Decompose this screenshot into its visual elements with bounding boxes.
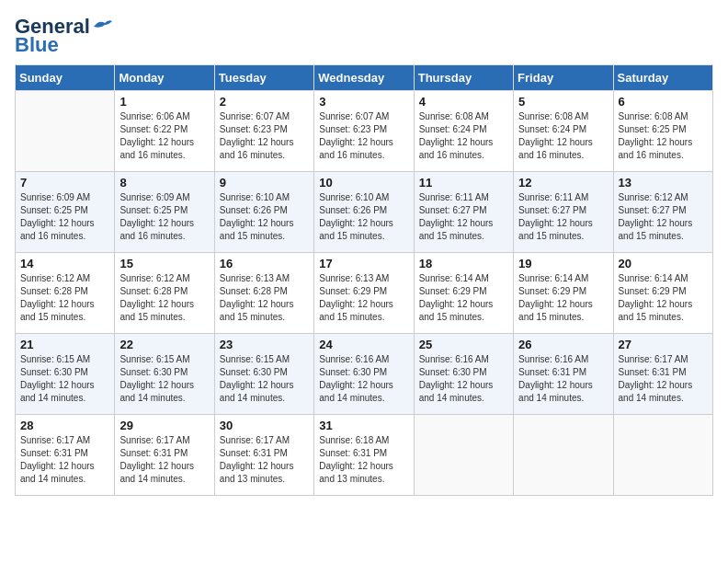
col-header-sunday: Sunday (16, 65, 115, 91)
day-info: Sunrise: 6:14 AMSunset: 6:29 PMDaylight:… (619, 272, 708, 324)
calendar-cell: 23Sunrise: 6:15 AMSunset: 6:30 PMDayligh… (214, 334, 313, 415)
day-number: 21 (20, 338, 109, 351)
col-header-thursday: Thursday (414, 65, 513, 91)
calendar-cell: 7Sunrise: 6:09 AMSunset: 6:25 PMDaylight… (16, 172, 115, 253)
calendar-cell: 27Sunrise: 6:17 AMSunset: 6:31 PMDayligh… (613, 334, 712, 415)
day-number: 6 (619, 95, 708, 109)
day-number: 4 (419, 95, 508, 109)
day-number: 10 (319, 176, 408, 190)
day-number: 9 (220, 176, 309, 190)
calendar-cell: 11Sunrise: 6:11 AMSunset: 6:27 PMDayligh… (414, 172, 513, 253)
logo: General Blue (15, 15, 112, 57)
day-number: 27 (619, 338, 708, 351)
calendar-cell (16, 91, 115, 172)
day-info: Sunrise: 6:17 AMSunset: 6:31 PMDaylight:… (119, 434, 209, 486)
calendar-cell: 22Sunrise: 6:15 AMSunset: 6:30 PMDayligh… (115, 334, 214, 415)
week-row-1: 1Sunrise: 6:06 AMSunset: 6:22 PMDaylight… (16, 91, 713, 172)
calendar-cell (414, 415, 513, 496)
calendar-cell: 29Sunrise: 6:17 AMSunset: 6:31 PMDayligh… (115, 415, 214, 496)
calendar-cell: 20Sunrise: 6:14 AMSunset: 6:29 PMDayligh… (613, 253, 712, 334)
col-header-saturday: Saturday (613, 65, 712, 91)
calendar-cell: 15Sunrise: 6:12 AMSunset: 6:28 PMDayligh… (115, 253, 214, 334)
week-row-3: 14Sunrise: 6:12 AMSunset: 6:28 PMDayligh… (16, 253, 713, 334)
page-header: General Blue (15, 15, 713, 57)
day-info: Sunrise: 6:10 AMSunset: 6:26 PMDaylight:… (319, 191, 408, 243)
day-number: 8 (119, 176, 209, 190)
day-number: 1 (119, 95, 209, 109)
calendar-header-row: SundayMondayTuesdayWednesdayThursdayFrid… (16, 65, 713, 91)
day-number: 28 (20, 419, 109, 432)
calendar-cell: 9Sunrise: 6:10 AMSunset: 6:26 PMDaylight… (214, 172, 313, 253)
day-info: Sunrise: 6:15 AMSunset: 6:30 PMDaylight:… (220, 353, 309, 405)
logo-blue: Blue (15, 33, 59, 57)
calendar-cell: 25Sunrise: 6:16 AMSunset: 6:30 PMDayligh… (414, 334, 513, 415)
week-row-4: 21Sunrise: 6:15 AMSunset: 6:30 PMDayligh… (16, 334, 713, 415)
calendar-cell (514, 415, 613, 496)
day-number: 24 (319, 338, 408, 351)
day-number: 13 (619, 176, 708, 190)
calendar-cell (613, 415, 712, 496)
day-info: Sunrise: 6:07 AMSunset: 6:23 PMDaylight:… (220, 110, 309, 162)
calendar-cell: 2Sunrise: 6:07 AMSunset: 6:23 PMDaylight… (214, 91, 313, 172)
day-info: Sunrise: 6:17 AMSunset: 6:31 PMDaylight:… (20, 434, 109, 486)
day-info: Sunrise: 6:14 AMSunset: 6:29 PMDaylight:… (419, 272, 508, 324)
day-info: Sunrise: 6:08 AMSunset: 6:24 PMDaylight:… (518, 110, 608, 162)
day-info: Sunrise: 6:18 AMSunset: 6:31 PMDaylight:… (319, 434, 408, 486)
day-number: 2 (220, 95, 309, 109)
day-info: Sunrise: 6:11 AMSunset: 6:27 PMDaylight:… (419, 191, 508, 243)
day-info: Sunrise: 6:10 AMSunset: 6:26 PMDaylight:… (220, 191, 309, 243)
day-number: 3 (319, 95, 408, 109)
day-number: 22 (119, 338, 209, 351)
day-info: Sunrise: 6:12 AMSunset: 6:27 PMDaylight:… (619, 191, 708, 243)
calendar-cell: 30Sunrise: 6:17 AMSunset: 6:31 PMDayligh… (214, 415, 313, 496)
day-number: 18 (419, 257, 508, 270)
calendar-cell: 1Sunrise: 6:06 AMSunset: 6:22 PMDaylight… (115, 91, 214, 172)
day-info: Sunrise: 6:09 AMSunset: 6:25 PMDaylight:… (20, 191, 109, 243)
calendar-cell: 16Sunrise: 6:13 AMSunset: 6:28 PMDayligh… (214, 253, 313, 334)
day-number: 5 (518, 95, 608, 109)
day-number: 11 (419, 176, 508, 190)
calendar-cell: 10Sunrise: 6:10 AMSunset: 6:26 PMDayligh… (314, 172, 414, 253)
calendar-cell: 4Sunrise: 6:08 AMSunset: 6:24 PMDaylight… (414, 91, 513, 172)
day-info: Sunrise: 6:16 AMSunset: 6:30 PMDaylight:… (419, 353, 508, 405)
calendar-cell: 6Sunrise: 6:08 AMSunset: 6:25 PMDaylight… (613, 91, 712, 172)
day-number: 17 (319, 257, 408, 270)
day-info: Sunrise: 6:12 AMSunset: 6:28 PMDaylight:… (119, 272, 209, 324)
calendar-cell: 28Sunrise: 6:17 AMSunset: 6:31 PMDayligh… (16, 415, 115, 496)
day-info: Sunrise: 6:08 AMSunset: 6:24 PMDaylight:… (419, 110, 508, 162)
day-info: Sunrise: 6:17 AMSunset: 6:31 PMDaylight:… (220, 434, 309, 486)
day-number: 16 (220, 257, 309, 270)
week-row-2: 7Sunrise: 6:09 AMSunset: 6:25 PMDaylight… (16, 172, 713, 253)
calendar-table: SundayMondayTuesdayWednesdayThursdayFrid… (15, 64, 713, 496)
day-info: Sunrise: 6:08 AMSunset: 6:25 PMDaylight:… (619, 110, 708, 162)
calendar-cell: 3Sunrise: 6:07 AMSunset: 6:23 PMDaylight… (314, 91, 414, 172)
day-info: Sunrise: 6:15 AMSunset: 6:30 PMDaylight:… (119, 353, 209, 405)
day-number: 25 (419, 338, 508, 351)
day-info: Sunrise: 6:14 AMSunset: 6:29 PMDaylight:… (518, 272, 608, 324)
calendar-cell: 31Sunrise: 6:18 AMSunset: 6:31 PMDayligh… (314, 415, 414, 496)
day-number: 20 (619, 257, 708, 270)
calendar-cell: 17Sunrise: 6:13 AMSunset: 6:29 PMDayligh… (314, 253, 414, 334)
day-number: 29 (119, 419, 209, 432)
calendar-cell: 21Sunrise: 6:15 AMSunset: 6:30 PMDayligh… (16, 334, 115, 415)
day-info: Sunrise: 6:13 AMSunset: 6:29 PMDaylight:… (319, 272, 408, 324)
day-number: 23 (220, 338, 309, 351)
calendar-cell: 26Sunrise: 6:16 AMSunset: 6:31 PMDayligh… (514, 334, 613, 415)
day-number: 30 (220, 419, 309, 432)
logo-bird-icon (92, 17, 112, 32)
day-number: 7 (20, 176, 109, 190)
day-number: 19 (518, 257, 608, 270)
day-number: 12 (518, 176, 608, 190)
day-number: 15 (119, 257, 209, 270)
day-number: 14 (20, 257, 109, 270)
col-header-tuesday: Tuesday (214, 65, 313, 91)
day-info: Sunrise: 6:07 AMSunset: 6:23 PMDaylight:… (319, 110, 408, 162)
calendar-cell: 18Sunrise: 6:14 AMSunset: 6:29 PMDayligh… (414, 253, 513, 334)
day-info: Sunrise: 6:12 AMSunset: 6:28 PMDaylight:… (20, 272, 109, 324)
week-row-5: 28Sunrise: 6:17 AMSunset: 6:31 PMDayligh… (16, 415, 713, 496)
col-header-monday: Monday (115, 65, 214, 91)
calendar-cell: 5Sunrise: 6:08 AMSunset: 6:24 PMDaylight… (514, 91, 613, 172)
col-header-wednesday: Wednesday (314, 65, 414, 91)
day-info: Sunrise: 6:16 AMSunset: 6:30 PMDaylight:… (319, 353, 408, 405)
calendar-cell: 14Sunrise: 6:12 AMSunset: 6:28 PMDayligh… (16, 253, 115, 334)
